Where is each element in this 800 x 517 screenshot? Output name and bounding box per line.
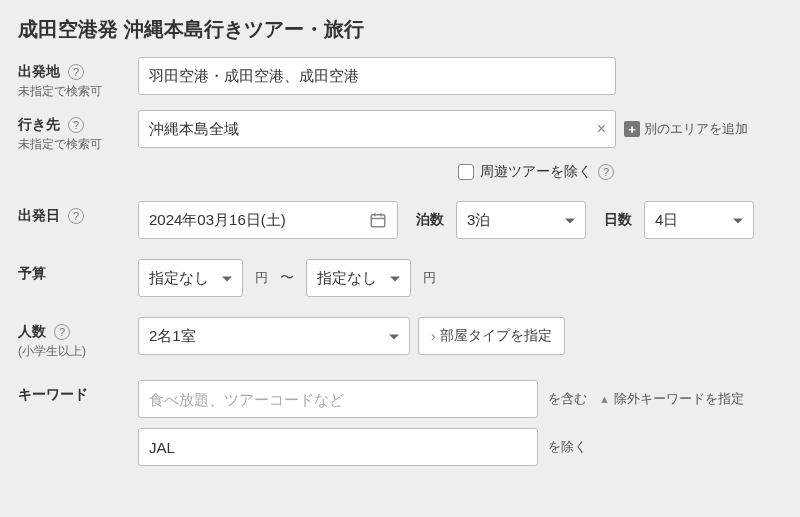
- destination-input[interactable]: [138, 110, 616, 148]
- svg-rect-0: [371, 215, 385, 227]
- destination-label: 行き先: [18, 116, 60, 134]
- date-row: 出発日 ? 2024年03月16日(土) 泊数 3泊 日数 4日: [18, 201, 782, 239]
- nights-value: 3泊: [467, 211, 490, 230]
- currency-label: 円: [423, 269, 436, 287]
- days-value: 4日: [655, 211, 678, 230]
- depart-date-value: 2024年03月16日(土): [149, 211, 286, 230]
- days-select[interactable]: 4日: [644, 201, 754, 239]
- include-suffix: を含む: [548, 390, 587, 408]
- add-area-button[interactable]: + 別のエリアを追加: [624, 120, 748, 138]
- chevron-right-icon: ›: [431, 328, 436, 344]
- people-select[interactable]: 2名1室: [138, 317, 410, 355]
- departure-sublabel: 未指定で検索可: [18, 83, 138, 100]
- keyword-label: キーワード: [18, 386, 88, 404]
- keyword-row: キーワード を含む ▲ 除外キーワードを指定 を除く: [18, 380, 782, 466]
- people-label: 人数: [18, 323, 46, 341]
- chevron-up-icon: ▲: [599, 393, 610, 405]
- budget-min-select[interactable]: 指定なし: [138, 259, 243, 297]
- departure-label: 出発地: [18, 63, 60, 81]
- destination-sublabel: 未指定で検索可: [18, 136, 138, 153]
- help-icon[interactable]: ?: [598, 164, 614, 180]
- page-title: 成田空港発 沖縄本島行きツアー・旅行: [18, 16, 782, 43]
- calendar-icon: [369, 211, 387, 229]
- add-area-label: 別のエリアを追加: [644, 120, 748, 138]
- budget-label: 予算: [18, 265, 46, 283]
- exclude-keyword-toggle[interactable]: ▲ 除外キーワードを指定: [599, 390, 744, 408]
- departure-row: 出発地 ? 未指定で検索可: [18, 57, 782, 100]
- exclude-roundtrip-checkbox[interactable]: [458, 164, 474, 180]
- keyword-include-input[interactable]: [138, 380, 538, 418]
- currency-label: 円: [255, 269, 268, 287]
- exclude-roundtrip-row: 周遊ツアーを除く ?: [18, 163, 782, 181]
- budget-min-value: 指定なし: [149, 269, 209, 288]
- plus-icon: +: [624, 121, 640, 137]
- nights-select[interactable]: 3泊: [456, 201, 586, 239]
- depart-date-label: 出発日: [18, 207, 60, 225]
- clear-icon[interactable]: ×: [597, 120, 606, 138]
- help-icon[interactable]: ?: [68, 117, 84, 133]
- room-type-label: 部屋タイプを指定: [440, 327, 552, 345]
- help-icon[interactable]: ?: [68, 64, 84, 80]
- budget-max-select[interactable]: 指定なし: [306, 259, 411, 297]
- exclude-suffix: を除く: [548, 438, 587, 456]
- exclude-toggle-label: 除外キーワードを指定: [614, 390, 744, 408]
- nights-label: 泊数: [416, 211, 444, 229]
- range-separator: 〜: [280, 269, 294, 287]
- room-type-button[interactable]: › 部屋タイプを指定: [418, 317, 565, 355]
- help-icon[interactable]: ?: [54, 324, 70, 340]
- help-icon[interactable]: ?: [68, 208, 84, 224]
- people-row: 人数 ? (小学生以上) 2名1室 › 部屋タイプを指定: [18, 317, 782, 360]
- budget-row: 予算 指定なし 円 〜 指定なし 円: [18, 259, 782, 297]
- days-label: 日数: [604, 211, 632, 229]
- people-value: 2名1室: [149, 327, 196, 346]
- exclude-roundtrip-label: 周遊ツアーを除く: [480, 163, 592, 181]
- destination-row: 行き先 ? 未指定で検索可 × + 別のエリアを追加: [18, 110, 782, 153]
- depart-date-input[interactable]: 2024年03月16日(土): [138, 201, 398, 239]
- people-sublabel: (小学生以上): [18, 343, 138, 360]
- keyword-exclude-input[interactable]: [138, 428, 538, 466]
- budget-max-value: 指定なし: [317, 269, 377, 288]
- departure-input[interactable]: [138, 57, 616, 95]
